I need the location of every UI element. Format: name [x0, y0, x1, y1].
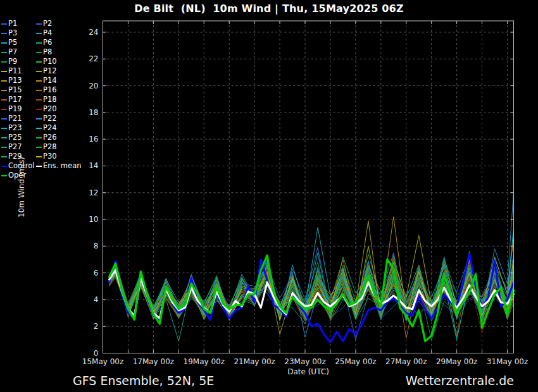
x-tick-label: 23May 00z	[284, 357, 325, 366]
x-tick-label: 19May 00z	[184, 357, 225, 366]
y-tick-label: 8	[94, 242, 99, 250]
y-tick-label: 12	[89, 188, 98, 197]
footer-site-name: Wetterzentrale.de	[406, 374, 514, 388]
y-tick-label: 22	[89, 54, 98, 63]
y-tick-label: 0	[94, 349, 99, 358]
y-tick-label: 14	[89, 161, 98, 170]
x-tick-label: 21May 00z	[234, 357, 275, 366]
x-tick-label: 15May 00z	[82, 357, 123, 366]
ensemble-meteogram: De Bilt (NL) 10m Wind | Thu, 15May2025 0…	[0, 0, 538, 392]
y-tick-label: 4	[94, 295, 99, 304]
x-tick-label: 17May 00z	[133, 357, 174, 366]
plot-area: 15May 00z17May 00z19May 00z21May 00z23Ma…	[0, 0, 538, 392]
y-tick-label: 18	[89, 108, 98, 117]
x-tick-label: 29May 00z	[436, 357, 477, 366]
y-tick-label: 24	[89, 28, 98, 37]
y-tick-label: 6	[94, 269, 99, 278]
x-tick-label: 31May 00z	[487, 357, 528, 366]
y-tick-label: 10	[89, 215, 98, 224]
footer-model-info: GFS Ensemble, 52N, 5E	[73, 374, 214, 388]
y-tick-label: 2	[94, 322, 99, 331]
x-tick-label: 25May 00z	[335, 357, 376, 366]
y-tick-label: 20	[89, 82, 98, 90]
x-tick-label: 27May 00z	[385, 357, 427, 366]
y-tick-label: 16	[89, 135, 98, 144]
